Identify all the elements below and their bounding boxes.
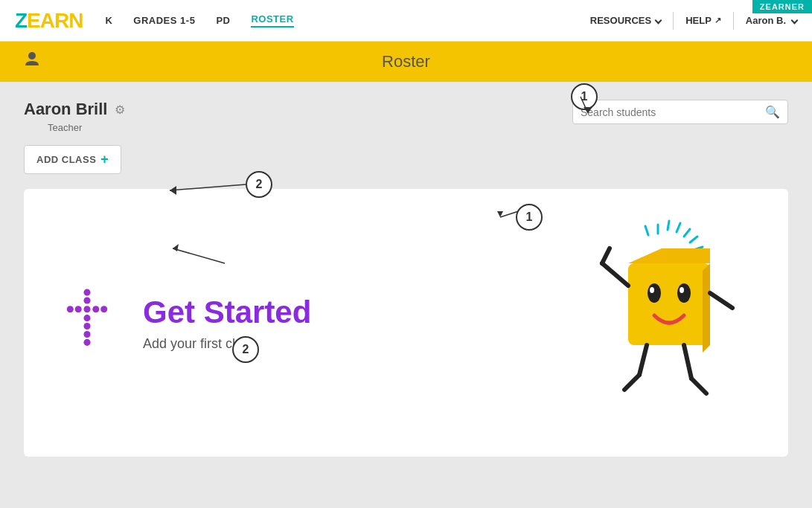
search-box[interactable]: 🔍: [572, 100, 788, 124]
nav-links: K GRADES 1-5 PD ROSTER: [105, 13, 589, 28]
svg-point-11: [83, 339, 90, 346]
svg-line-35: [173, 248, 225, 263]
annotation-2: 2: [232, 336, 259, 363]
svg-point-9: [83, 323, 90, 329]
svg-line-25: [639, 345, 647, 375]
svg-line-28: [691, 379, 706, 393]
roster-banner: Roster: [0, 42, 812, 82]
help-button[interactable]: HELP ↗: [685, 15, 721, 26]
svg-line-22: [602, 263, 628, 286]
svg-point-8: [83, 315, 90, 321]
user-chevron-icon: [791, 17, 799, 25]
svg-point-1: [83, 289, 90, 296]
help-label: HELP: [685, 15, 712, 26]
nav-roster[interactable]: ROSTER: [251, 13, 293, 28]
svg-point-10: [83, 331, 90, 338]
purple-plus-icon: [61, 286, 113, 360]
external-link-icon: ↗: [715, 16, 721, 25]
teacher-info: ● Aaron Brill ⚙ Teacher: [24, 100, 125, 133]
nav-k[interactable]: K: [105, 15, 112, 26]
nav-grades[interactable]: GRADES 1-5: [133, 15, 195, 26]
nav-right: RESOURCES HELP ↗ Aaron B.: [590, 12, 797, 30]
navbar: ZEARNER ZEARN K GRADES 1-5 PD ROSTER RES…: [0, 0, 812, 42]
svg-line-27: [684, 345, 691, 379]
svg-line-15: [684, 229, 690, 237]
logo-z: Z: [15, 9, 27, 32]
svg-point-7: [83, 297, 90, 303]
teacher-role-label: Teacher: [48, 122, 125, 133]
svg-line-13: [668, 221, 669, 230]
mascot-area: [587, 219, 751, 427]
svg-marker-34: [497, 211, 503, 217]
svg-point-4: [83, 306, 90, 312]
svg-line-16: [690, 237, 697, 242]
resources-label: RESOURCES: [590, 15, 651, 26]
svg-marker-20: [628, 248, 710, 263]
user-menu-button[interactable]: Aaron B.: [746, 15, 797, 26]
zearner-badge: ZEARNER: [752, 0, 812, 13]
svg-line-18: [645, 226, 648, 235]
nav-divider-1: [673, 12, 674, 30]
get-started-text: Get Started Add your first class: [143, 295, 311, 352]
svg-line-14: [677, 223, 680, 232]
resources-button[interactable]: RESOURCES: [590, 15, 661, 26]
get-started-card: Get Started Add your first class: [24, 189, 788, 457]
add-class-button[interactable]: ADD CLASS +: [24, 145, 121, 174]
annotation-1: 1: [516, 204, 543, 231]
svg-point-2: [67, 306, 74, 312]
get-started-title: Get Started: [143, 295, 311, 330]
nav-pd[interactable]: PD: [216, 15, 230, 26]
user-name-label: Aaron B.: [746, 15, 786, 26]
teacher-header: ● Aaron Brill ⚙ Teacher 🔍: [24, 100, 788, 133]
teacher-name: Aaron Brill: [24, 100, 107, 119]
svg-point-3: [75, 306, 82, 312]
svg-point-32: [680, 287, 684, 293]
svg-point-29: [648, 283, 661, 303]
svg-point-31: [650, 287, 654, 293]
main-area: ● Aaron Brill ⚙ Teacher 🔍 ADD CLASS +: [0, 82, 812, 508]
logo-earn: EARN: [27, 9, 83, 32]
add-class-label: ADD CLASS: [36, 154, 96, 165]
get-started-content: Get Started Add your first class: [61, 286, 311, 360]
svg-marker-36: [173, 244, 179, 251]
svg-point-30: [677, 283, 691, 303]
person-icon: [24, 51, 40, 67]
svg-line-24: [710, 293, 732, 308]
teacher-name-row: ● Aaron Brill ⚙: [24, 100, 125, 119]
plus-icon: +: [100, 152, 109, 167]
dot-cross-icon: [61, 286, 113, 360]
svg-line-23: [602, 248, 610, 263]
svg-point-6: [100, 306, 107, 312]
svg-line-26: [624, 375, 639, 390]
logo[interactable]: ZEARN: [15, 9, 83, 33]
svg-point-0: [28, 52, 36, 60]
search-icon: 🔍: [765, 105, 780, 119]
svg-point-5: [92, 306, 99, 312]
nav-divider-2: [733, 12, 734, 30]
mascot-svg: [587, 219, 751, 427]
gear-icon[interactable]: ⚙: [115, 103, 125, 117]
svg-rect-19: [628, 263, 710, 345]
search-input[interactable]: [581, 106, 765, 118]
banner-title: Roster: [382, 52, 430, 71]
svg-marker-21: [703, 263, 710, 353]
chevron-down-icon: [655, 17, 662, 25]
get-started-subtitle: Add your first class: [143, 336, 311, 352]
